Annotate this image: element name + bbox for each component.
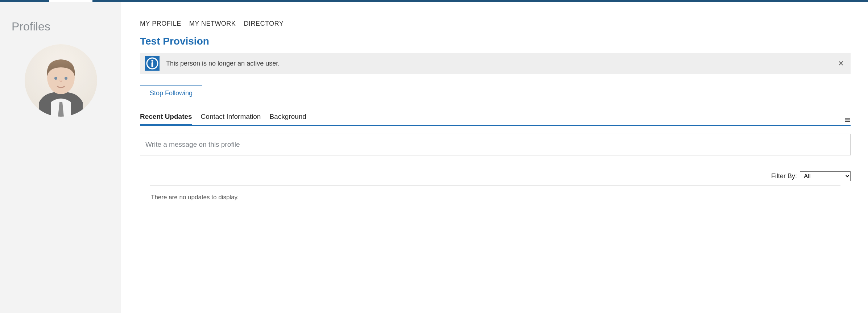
filter-label: Filter By:: [771, 172, 797, 180]
sidebar: Profiles: [0, 2, 121, 313]
nav-directory[interactable]: DIRECTORY: [244, 20, 284, 28]
stop-following-button[interactable]: Stop Following: [140, 85, 202, 101]
inactive-user-alert: This person is no longer an active user.…: [140, 53, 851, 74]
divider: [150, 210, 840, 210]
filter-select[interactable]: All: [800, 171, 851, 181]
svg-rect-10: [845, 121, 850, 122]
svg-rect-8: [845, 118, 850, 118]
updates-empty-message: There are no updates to display.: [150, 186, 840, 210]
tabs-menu-icon[interactable]: [845, 117, 851, 125]
tabs-row: Recent Updates Contact Information Backg…: [140, 113, 851, 126]
top-active-tab-indicator: [49, 0, 92, 2]
updates-list: There are no updates to display.: [140, 185, 851, 210]
top-bar: [0, 0, 868, 2]
avatar[interactable]: [25, 44, 97, 117]
info-icon: [145, 56, 160, 71]
close-icon[interactable]: ✕: [838, 60, 844, 67]
nav-my-network[interactable]: MY NETWORK: [189, 20, 236, 28]
svg-point-6: [151, 60, 153, 62]
tab-recent-updates[interactable]: Recent Updates: [140, 113, 192, 126]
filter-row: Filter By: All: [140, 171, 851, 181]
svg-point-2: [54, 77, 57, 80]
tab-background[interactable]: Background: [269, 113, 306, 126]
avatar-wrap: [12, 44, 110, 117]
sidebar-title: Profiles: [12, 20, 110, 33]
tabs: Recent Updates Contact Information Backg…: [140, 113, 306, 125]
avatar-image: [25, 44, 97, 117]
svg-rect-7: [152, 62, 153, 67]
compose-message-input[interactable]: Write a message on this profile: [140, 134, 851, 155]
main-content: MY PROFILE MY NETWORK DIRECTORY Test Pro…: [121, 2, 868, 313]
profile-nav: MY PROFILE MY NETWORK DIRECTORY: [140, 20, 851, 28]
tab-contact-information[interactable]: Contact Information: [201, 113, 261, 126]
layout: Profiles: [0, 2, 868, 313]
svg-point-3: [65, 77, 67, 80]
svg-rect-9: [845, 120, 850, 120]
alert-message: This person is no longer an active user.: [166, 60, 280, 67]
profile-name: Test Provision: [140, 36, 851, 47]
nav-my-profile[interactable]: MY PROFILE: [140, 20, 181, 28]
